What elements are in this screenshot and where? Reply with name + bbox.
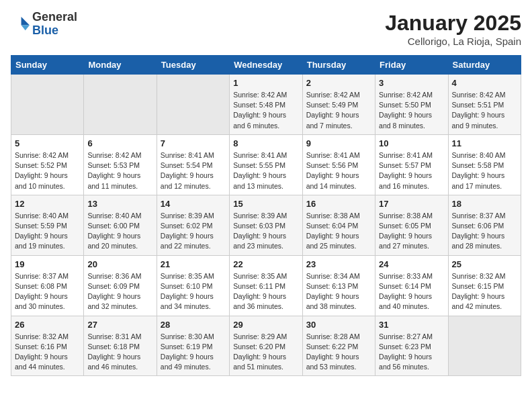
cell-info: Sunrise: 8:40 AM Sunset: 5:59 PM Dayligh… xyxy=(15,211,80,252)
weekday-header-monday: Monday xyxy=(84,56,157,75)
day-number: 19 xyxy=(15,259,80,269)
day-number: 11 xyxy=(452,138,517,148)
calendar-cell: 7Sunrise: 8:41 AM Sunset: 5:54 PM Daylig… xyxy=(157,134,229,195)
calendar-cell: 19Sunrise: 8:37 AM Sunset: 6:08 PM Dayli… xyxy=(11,255,84,316)
calendar-cell: 8Sunrise: 8:41 AM Sunset: 5:55 PM Daylig… xyxy=(230,134,302,195)
cell-info: Sunrise: 8:30 AM Sunset: 6:19 PM Dayligh… xyxy=(161,332,226,373)
weekday-header-wednesday: Wednesday xyxy=(230,56,302,75)
cell-info: Sunrise: 8:39 AM Sunset: 6:03 PM Dayligh… xyxy=(233,211,298,252)
day-number: 31 xyxy=(379,320,444,330)
cell-info: Sunrise: 8:32 AM Sunset: 6:15 PM Dayligh… xyxy=(452,271,517,312)
calendar-cell: 25Sunrise: 8:32 AM Sunset: 6:15 PM Dayli… xyxy=(448,255,521,316)
calendar-cell: 15Sunrise: 8:39 AM Sunset: 6:03 PM Dayli… xyxy=(230,195,302,255)
cell-info: Sunrise: 8:37 AM Sunset: 6:06 PM Dayligh… xyxy=(452,211,517,252)
calendar-cell: 18Sunrise: 8:37 AM Sunset: 6:06 PM Dayli… xyxy=(448,195,521,255)
calendar-cell: 14Sunrise: 8:39 AM Sunset: 6:02 PM Dayli… xyxy=(157,195,229,255)
cell-info: Sunrise: 8:35 AM Sunset: 6:10 PM Dayligh… xyxy=(161,271,226,312)
cell-info: Sunrise: 8:31 AM Sunset: 6:18 PM Dayligh… xyxy=(87,332,152,373)
day-number: 29 xyxy=(233,320,298,330)
day-number: 15 xyxy=(233,199,298,209)
calendar-cell xyxy=(11,75,84,135)
weekday-header-tuesday: Tuesday xyxy=(157,56,229,75)
weekday-header-saturday: Saturday xyxy=(448,56,521,75)
calendar-cell: 24Sunrise: 8:33 AM Sunset: 6:14 PM Dayli… xyxy=(375,255,448,316)
day-number: 10 xyxy=(379,138,444,148)
day-number: 20 xyxy=(87,259,152,269)
calendar-cell: 13Sunrise: 8:40 AM Sunset: 6:00 PM Dayli… xyxy=(84,195,157,255)
cell-info: Sunrise: 8:33 AM Sunset: 6:14 PM Dayligh… xyxy=(379,271,444,312)
calendar-week-5: 26Sunrise: 8:32 AM Sunset: 6:16 PM Dayli… xyxy=(11,316,521,376)
svg-marker-0 xyxy=(21,17,30,25)
calendar-cell: 3Sunrise: 8:42 AM Sunset: 5:50 PM Daylig… xyxy=(375,75,448,135)
weekday-header-thursday: Thursday xyxy=(302,56,375,75)
cell-info: Sunrise: 8:42 AM Sunset: 5:48 PM Dayligh… xyxy=(233,90,298,131)
calendar-cell: 12Sunrise: 8:40 AM Sunset: 5:59 PM Dayli… xyxy=(11,195,84,255)
day-number: 16 xyxy=(306,199,371,209)
calendar-cell xyxy=(448,316,521,376)
cell-info: Sunrise: 8:27 AM Sunset: 6:23 PM Dayligh… xyxy=(379,332,444,373)
day-number: 21 xyxy=(161,259,226,269)
cell-info: Sunrise: 8:38 AM Sunset: 6:05 PM Dayligh… xyxy=(379,211,444,252)
cell-info: Sunrise: 8:39 AM Sunset: 6:02 PM Dayligh… xyxy=(161,211,226,252)
day-number: 22 xyxy=(233,259,298,269)
day-number: 6 xyxy=(87,138,152,148)
day-number: 7 xyxy=(161,138,226,148)
calendar-week-2: 5Sunrise: 8:42 AM Sunset: 5:52 PM Daylig… xyxy=(11,134,521,195)
calendar-cell: 9Sunrise: 8:41 AM Sunset: 5:56 PM Daylig… xyxy=(302,134,375,195)
calendar-cell: 23Sunrise: 8:34 AM Sunset: 6:13 PM Dayli… xyxy=(302,255,375,316)
day-number: 13 xyxy=(87,199,152,209)
day-number: 5 xyxy=(15,138,80,148)
calendar-cell: 1Sunrise: 8:42 AM Sunset: 5:48 PM Daylig… xyxy=(230,75,302,135)
day-number: 28 xyxy=(161,320,226,330)
day-number: 14 xyxy=(161,199,226,209)
month-title: January 2025 xyxy=(385,11,521,36)
day-number: 27 xyxy=(87,320,152,330)
cell-info: Sunrise: 8:42 AM Sunset: 5:51 PM Dayligh… xyxy=(452,90,517,131)
day-number: 2 xyxy=(306,78,371,88)
day-number: 25 xyxy=(452,259,517,269)
weekday-header-row: SundayMondayTuesdayWednesdayThursdayFrid… xyxy=(11,56,521,75)
cell-info: Sunrise: 8:41 AM Sunset: 5:55 PM Dayligh… xyxy=(233,150,298,191)
cell-info: Sunrise: 8:41 AM Sunset: 5:57 PM Dayligh… xyxy=(379,150,444,191)
day-number: 4 xyxy=(452,78,517,88)
calendar-cell: 27Sunrise: 8:31 AM Sunset: 6:18 PM Dayli… xyxy=(84,316,157,376)
cell-info: Sunrise: 8:37 AM Sunset: 6:08 PM Dayligh… xyxy=(15,271,80,312)
calendar-cell: 6Sunrise: 8:42 AM Sunset: 5:53 PM Daylig… xyxy=(84,134,157,195)
calendar-cell: 20Sunrise: 8:36 AM Sunset: 6:09 PM Dayli… xyxy=(84,255,157,316)
calendar-cell: 11Sunrise: 8:40 AM Sunset: 5:58 PM Dayli… xyxy=(448,134,521,195)
cell-info: Sunrise: 8:32 AM Sunset: 6:16 PM Dayligh… xyxy=(15,332,80,373)
cell-info: Sunrise: 8:34 AM Sunset: 6:13 PM Dayligh… xyxy=(306,271,371,312)
calendar-cell: 5Sunrise: 8:42 AM Sunset: 5:52 PM Daylig… xyxy=(11,134,84,195)
cell-info: Sunrise: 8:29 AM Sunset: 6:20 PM Dayligh… xyxy=(233,332,298,373)
calendar-cell: 10Sunrise: 8:41 AM Sunset: 5:57 PM Dayli… xyxy=(375,134,448,195)
cell-info: Sunrise: 8:42 AM Sunset: 5:50 PM Dayligh… xyxy=(379,90,444,131)
day-number: 3 xyxy=(379,78,444,88)
logo-general-text: General xyxy=(32,10,77,24)
cell-info: Sunrise: 8:42 AM Sunset: 5:49 PM Dayligh… xyxy=(306,90,371,131)
logo-blue-text: Blue xyxy=(32,24,58,37)
title-block: January 2025 Cellorigo, La Rioja, Spain xyxy=(385,11,521,47)
calendar-cell: 28Sunrise: 8:30 AM Sunset: 6:19 PM Dayli… xyxy=(157,316,229,376)
page-header: General Blue January 2025 Cellorigo, La … xyxy=(11,11,521,47)
cell-info: Sunrise: 8:35 AM Sunset: 6:11 PM Dayligh… xyxy=(233,271,298,312)
cell-info: Sunrise: 8:42 AM Sunset: 5:52 PM Dayligh… xyxy=(15,150,80,191)
calendar-cell: 17Sunrise: 8:38 AM Sunset: 6:05 PM Dayli… xyxy=(375,195,448,255)
cell-info: Sunrise: 8:38 AM Sunset: 6:04 PM Dayligh… xyxy=(306,211,371,252)
day-number: 8 xyxy=(233,138,298,148)
day-number: 26 xyxy=(15,320,80,330)
calendar-cell xyxy=(84,75,157,135)
cell-info: Sunrise: 8:41 AM Sunset: 5:56 PM Dayligh… xyxy=(306,150,371,191)
location-text: Cellorigo, La Rioja, Spain xyxy=(385,36,521,47)
day-number: 30 xyxy=(306,320,371,330)
cell-info: Sunrise: 8:40 AM Sunset: 6:00 PM Dayligh… xyxy=(87,211,152,252)
day-number: 24 xyxy=(379,259,444,269)
day-number: 9 xyxy=(306,138,371,148)
calendar-cell: 29Sunrise: 8:29 AM Sunset: 6:20 PM Dayli… xyxy=(230,316,302,376)
cell-info: Sunrise: 8:36 AM Sunset: 6:09 PM Dayligh… xyxy=(87,271,152,312)
svg-marker-1 xyxy=(21,25,30,30)
calendar-week-1: 1Sunrise: 8:42 AM Sunset: 5:48 PM Daylig… xyxy=(11,75,521,135)
weekday-header-friday: Friday xyxy=(375,56,448,75)
calendar-cell xyxy=(157,75,229,135)
calendar-cell: 26Sunrise: 8:32 AM Sunset: 6:16 PM Dayli… xyxy=(11,316,84,376)
day-number: 1 xyxy=(233,78,298,88)
